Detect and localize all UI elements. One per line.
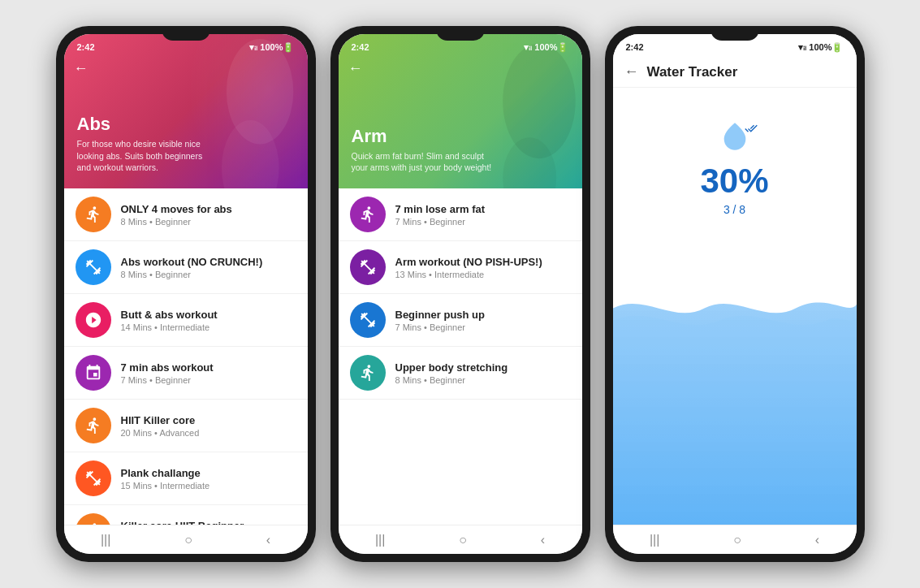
workout-name-abs-4: HIIT Killer core (121, 414, 296, 426)
time-water: 2:42 (626, 42, 644, 52)
workout-item-abs-4[interactable]: HIIT Killer core 20 Mins • Advanced (64, 400, 308, 452)
water-header: ← Water Tracker (613, 57, 857, 88)
workout-item-abs-5[interactable]: Plank challange 15 Mins • Intermediate (64, 452, 308, 505)
workout-meta-abs-2: 14 Mins • Intermediate (121, 322, 296, 332)
water-tracker-title: Water Tracker (647, 64, 738, 80)
workout-meta-abs-1: 8 Mins • Beginner (121, 270, 296, 279)
workout-info-abs-2: Butt & abs workout 14 Mins • Intermediat… (121, 309, 296, 332)
notch-abs (162, 26, 210, 41)
notch-arm (436, 26, 485, 41)
water-tap-icon (745, 122, 758, 135)
workout-item-arm-0[interactable]: 7 min lose arm fat 7 Mins • Beginner (339, 188, 582, 241)
workout-item-arm-3[interactable]: Upper body stretching 8 Mins • Beginner (339, 347, 582, 400)
workout-icon-abs-6 (76, 513, 111, 525)
nav-home-abs[interactable]: ○ (184, 533, 192, 547)
workout-icon-arm-1 (350, 249, 386, 285)
nav-back-abs[interactable]: ‹ (266, 533, 270, 547)
signal-arm: ▾ᵢₗ 100%🔋 (524, 42, 568, 53)
hero-content-arm: Arm Quick arm fat burn! Slim and sculpt … (352, 126, 494, 174)
workout-info-arm-3: Upper body stretching 8 Mins • Beginner (395, 361, 571, 385)
workout-name-abs-5: Plank challange (121, 467, 296, 479)
screen-abs: 2:42 ▾ᵢₗ 100%🔋 ← Abs For those who desir… (64, 34, 308, 554)
workout-name-arm-1: Arm workout (NO PISH-UPS!) (395, 256, 571, 268)
workout-info-arm-1: Arm workout (NO PISH-UPS!) 13 Mins • Int… (395, 256, 571, 279)
workout-item-arm-2[interactable]: Beginner push up 7 Mins • Beginner (339, 294, 582, 347)
workout-name-arm-2: Beginner push up (395, 309, 571, 321)
water-content: 30% 3 / 8 (613, 88, 857, 525)
nav-back-water[interactable]: ‹ (815, 533, 819, 547)
hero-title-arm: Arm (352, 126, 494, 147)
workout-item-abs-6[interactable]: Killer core HIIT Beginner 14 Mins • Begi… (64, 505, 308, 525)
workout-meta-arm-3: 8 Mins • Beginner (395, 375, 571, 385)
workout-name-abs-0: ONLY 4 moves for abs (121, 203, 296, 215)
workout-item-abs-1[interactable]: Abs workout (NO CRUNCH!) 8 Mins • Beginn… (64, 241, 308, 294)
workout-meta-abs-5: 15 Mins • Intermediate (121, 481, 296, 491)
phone-abs: 2:42 ▾ᵢₗ 100%🔋 ← Abs For those who desir… (56, 26, 316, 562)
notch-water (711, 26, 759, 41)
workout-info-abs-3: 7 min abs workout 7 Mins • Beginner (121, 361, 296, 385)
workout-list-arm[interactable]: 7 min lose arm fat 7 Mins • Beginner Arm… (339, 188, 582, 525)
water-wave-svg (613, 284, 857, 525)
water-percentage: 30% (700, 164, 768, 198)
screen-water: 2:42 ▾ᵢₗ 100%🔋 ← Water Tracker (613, 34, 857, 554)
hero-title-abs: Abs (77, 114, 219, 135)
workout-info-abs-0: ONLY 4 moves for abs 8 Mins • Beginner (121, 203, 296, 227)
workout-item-arm-1[interactable]: Arm workout (NO PISH-UPS!) 13 Mins • Int… (339, 241, 582, 294)
water-wave-container (613, 284, 857, 525)
workout-info-abs-1: Abs workout (NO CRUNCH!) 8 Mins • Beginn… (121, 256, 296, 279)
workout-name-abs-2: Butt & abs workout (121, 309, 296, 321)
workout-name-arm-0: 7 min lose arm fat (395, 203, 571, 215)
workout-item-abs-0[interactable]: ONLY 4 moves for abs 8 Mins • Beginner (64, 188, 308, 241)
signal-abs: ▾ᵢₗ 100%🔋 (249, 42, 294, 53)
nav-menu-arm[interactable]: ||| (375, 533, 385, 547)
screen-arm: 2:42 ▾ᵢₗ 100%🔋 ← Arm Quick arm fat burn!… (339, 34, 582, 554)
phone-arm: 2:42 ▾ᵢₗ 100%🔋 ← Arm Quick arm fat burn!… (330, 26, 590, 562)
workout-icon-arm-3 (350, 355, 386, 391)
hero-arm-banner: 2:42 ▾ᵢₗ 100%🔋 ← Arm Quick arm fat burn!… (339, 34, 582, 188)
hero-subtitle-abs: For those who desire visible nice lookin… (77, 138, 219, 174)
workout-info-arm-2: Beginner push up 7 Mins • Beginner (395, 309, 571, 332)
workout-item-abs-2[interactable]: Butt & abs workout 14 Mins • Intermediat… (64, 294, 308, 347)
workout-name-abs-3: 7 min abs workout (121, 361, 296, 374)
workout-name-abs-1: Abs workout (NO CRUNCH!) (121, 256, 296, 268)
phone-water: 2:42 ▾ᵢₗ 100%🔋 ← Water Tracker (605, 26, 865, 562)
workout-meta-abs-4: 20 Mins • Advanced (121, 428, 296, 438)
workout-item-abs-3[interactable]: 7 min abs workout 7 Mins • Beginner (64, 347, 308, 400)
status-right-arm: ▾ᵢₗ 100%🔋 (524, 42, 568, 53)
water-back-button[interactable]: ← (624, 63, 639, 80)
workout-name-arm-3: Upper body stretching (395, 361, 571, 374)
workout-info-abs-4: HIIT Killer core 20 Mins • Advanced (121, 414, 296, 438)
nav-back-arm[interactable]: ‹ (541, 533, 545, 547)
nav-menu-abs[interactable]: ||| (101, 533, 110, 547)
workout-info-abs-5: Plank challange 15 Mins • Intermediate (121, 467, 296, 491)
hero-abs-banner: 2:42 ▾ᵢₗ 100%🔋 ← Abs For those who desir… (64, 34, 308, 188)
nav-home-arm[interactable]: ○ (459, 533, 467, 547)
workout-meta-arm-0: 7 Mins • Beginner (395, 217, 571, 227)
nav-menu-water[interactable]: ||| (650, 533, 659, 547)
workout-icon-abs-0 (76, 197, 111, 232)
workout-info-arm-0: 7 min lose arm fat 7 Mins • Beginner (395, 203, 571, 227)
hero-content-abs: Abs For those who desire visible nice lo… (77, 114, 219, 174)
workout-icon-abs-1 (76, 249, 111, 285)
back-button-abs[interactable]: ← (74, 60, 89, 77)
signal-water: ▾ᵢₗ 100%🔋 (798, 42, 843, 53)
water-drop-container (719, 120, 751, 156)
time-arm: 2:42 (352, 42, 369, 52)
water-tracker-screen: ← Water Tracker 30% 3 / 8 (613, 57, 857, 525)
workout-icon-abs-5 (76, 460, 111, 496)
status-right-water: ▾ᵢₗ 100%🔋 (798, 42, 843, 53)
workout-list-abs[interactable]: ONLY 4 moves for abs 8 Mins • Beginner A… (64, 188, 308, 525)
workout-icon-abs-3 (76, 355, 111, 391)
hero-subtitle-arm: Quick arm fat burn! Slim and sculpt your… (352, 150, 494, 174)
back-button-arm[interactable]: ← (348, 60, 363, 77)
time-abs: 2:42 (77, 42, 95, 52)
nav-bar-water: ||| ○ ‹ (613, 525, 857, 554)
workout-icon-arm-2 (350, 302, 386, 338)
nav-home-water[interactable]: ○ (733, 533, 741, 547)
workout-meta-abs-3: 7 Mins • Beginner (121, 375, 296, 385)
nav-bar-abs: ||| ○ ‹ (64, 525, 308, 554)
workout-icon-abs-2 (76, 302, 111, 338)
workout-meta-arm-1: 13 Mins • Intermediate (395, 270, 571, 279)
workout-icon-arm-0 (350, 197, 386, 232)
water-fraction: 3 / 8 (723, 203, 745, 216)
